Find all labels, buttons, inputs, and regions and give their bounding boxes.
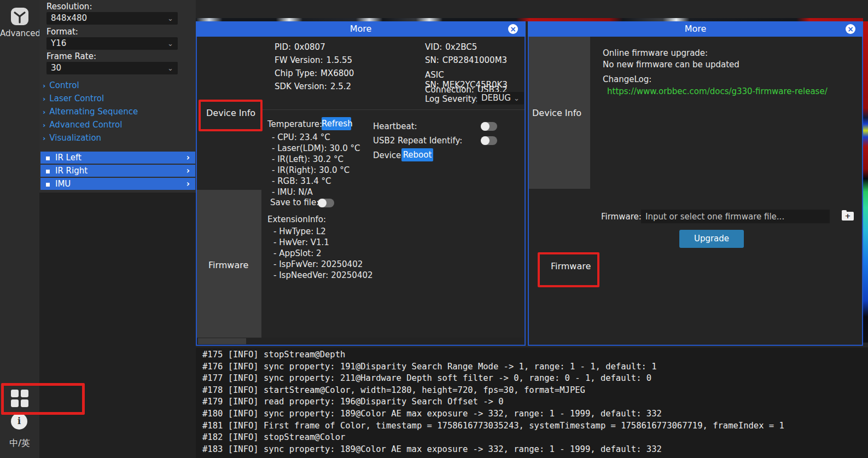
- log-line: #175 [INFO] stopStream@Depth: [202, 349, 868, 361]
- annotation-rect-device-info: [199, 100, 263, 131]
- chevron-down-icon: ⌄: [167, 37, 173, 50]
- log-severity-value: DEBUG: [481, 93, 511, 103]
- ext-appslot: - AppSlot: 2: [273, 248, 322, 258]
- tab-firmware[interactable]: Firmware: [197, 190, 261, 338]
- log-severity-select[interactable]: DEBUG ⌄: [477, 92, 524, 105]
- online-upgrade-line1: Online firmware upgrade:: [603, 48, 708, 58]
- reboot-button[interactable]: Reboot: [401, 148, 433, 161]
- depth-image-sliver: [863, 21, 868, 343]
- usb2-repeat-identify-label: USB2 Repeat Identify:: [373, 136, 462, 146]
- sidebar-item-visualization[interactable]: ›Visualization: [43, 133, 101, 143]
- heartbeat-toggle[interactable]: [481, 122, 497, 131]
- cube-icon: [8, 4, 32, 28]
- link-label: Control: [49, 80, 79, 90]
- tab-device-info[interactable]: Device Info: [529, 37, 590, 189]
- chevron-right-icon: ›: [187, 165, 190, 177]
- framerate-select[interactable]: 30 ⌄: [46, 62, 178, 74]
- link-label: Laser Control: [49, 94, 104, 103]
- chevron-right-icon: ›: [43, 121, 45, 129]
- annotation-rect-grid-button: [1, 383, 85, 415]
- temp-cpu: - CPU: 23.4 °C: [272, 132, 330, 142]
- resolution-select[interactable]: 848x480 ⌄: [46, 12, 178, 25]
- toggle-knob-icon: [481, 122, 490, 131]
- framerate-label: Frame Rate:: [46, 51, 96, 61]
- chevron-right-icon: ›: [43, 134, 45, 142]
- save-to-file-toggle[interactable]: [318, 199, 334, 207]
- stream-row-imu[interactable]: IMU ›: [40, 178, 195, 190]
- temp-laser: - Laser(LDM): 30.0 °C: [272, 143, 360, 153]
- toggle-knob-icon: [318, 199, 327, 207]
- chevron-right-icon: ›: [43, 95, 45, 103]
- advanced-mode-button[interactable]: [8, 4, 32, 31]
- resolution-value: 848x480: [51, 13, 87, 23]
- stream-label: IR Left: [55, 153, 81, 163]
- temp-ir-right: - IR(Right): 30.0 °C: [272, 165, 349, 175]
- sdk-version-field: SDK Version:2.5.2: [275, 82, 351, 91]
- annotation-rect-firmware: [538, 252, 599, 287]
- close-icon[interactable]: ×: [508, 24, 518, 34]
- temp-imu: - IMU: N/A: [272, 187, 313, 197]
- sidebar-item-advanced-control[interactable]: ›Advanced Control: [43, 120, 122, 130]
- ext-ispneedver: - IspNeedVer: 20250402: [273, 270, 373, 280]
- horizontal-scrollbar[interactable]: [197, 338, 525, 345]
- changelog-label: ChangeLog:: [603, 74, 651, 84]
- sidebar-item-laser-control[interactable]: ›Laser Control: [43, 94, 104, 103]
- fw-version-field: FW Version:1.5.55: [275, 55, 352, 65]
- tab-firmware-label: Firmware: [208, 260, 248, 270]
- stream-label: IR Right: [55, 166, 88, 176]
- log-line: #180 [INFO] sync property: 189@Color AE …: [202, 408, 868, 420]
- chevron-down-icon: ⌄: [167, 12, 173, 25]
- sn-field: SN:CP82841000M3: [425, 55, 507, 65]
- info-icon: i: [11, 413, 27, 430]
- more-dialog-firmware: More × Device Info Firmware Online firmw…: [528, 21, 863, 346]
- framerate-value: 30: [51, 63, 61, 73]
- about-button[interactable]: i: [11, 413, 27, 430]
- browse-firmware-button[interactable]: +: [842, 212, 854, 221]
- log-line: #182 [INFO] stopStream@Color: [202, 432, 868, 444]
- log-line: #178 [INFO] startStream@Color, width=128…: [202, 385, 868, 397]
- heartbeat-label: Heartbeat:: [373, 121, 417, 131]
- dialog-titlebar[interactable]: More ×: [528, 21, 863, 37]
- log-line: #179 [INFO] read property: 196@Disparity…: [202, 396, 868, 408]
- section-divider: [261, 109, 525, 110]
- temperature-label: Temperature:: [267, 119, 322, 129]
- more-dialog-device-info: More × Device Info Firmware PID:0x0807 F…: [196, 21, 526, 346]
- chevron-right-icon: ›: [43, 108, 45, 116]
- resolution-label: Resolution:: [46, 2, 92, 11]
- log-line: #177 [INFO] sync property: 211@Hardware …: [202, 373, 868, 385]
- upgrade-button[interactable]: Upgrade: [679, 230, 744, 248]
- ext-ispfwver: - IspFwVer: 20250402: [273, 259, 363, 269]
- temp-rgb: - RGB: 31.4 °C: [272, 176, 331, 186]
- firmware-file-label: Firmware:: [601, 212, 642, 222]
- usb2-repeat-identify-toggle[interactable]: [481, 136, 497, 145]
- refresh-button[interactable]: Refresh: [322, 117, 351, 130]
- language-toggle[interactable]: 中/英: [0, 438, 39, 449]
- log-console[interactable]: #175 [INFO] stopStream@Depth#176 [INFO] …: [196, 347, 868, 458]
- device-label: Device:: [373, 150, 404, 160]
- close-icon[interactable]: ×: [846, 24, 855, 34]
- sidebar-item-control[interactable]: ›Control: [43, 80, 79, 90]
- dialog-title: More: [685, 24, 707, 34]
- square-bullet-icon: [46, 183, 50, 187]
- scrollbar-thumb[interactable]: [198, 338, 246, 344]
- chevron-down-icon: ⌄: [167, 62, 173, 74]
- vid-field: VID:0x2BC5: [425, 42, 477, 52]
- stream-row-ir-left[interactable]: IR Left ›: [40, 152, 195, 164]
- changelog-link[interactable]: https://www.orbbec.com/docs/g330-firmwar…: [607, 86, 828, 96]
- link-label: Advanced Control: [49, 120, 122, 130]
- chevron-right-icon: ›: [187, 152, 190, 164]
- firmware-file-input[interactable]: [641, 210, 830, 223]
- save-to-file-label: Save to file:: [270, 198, 319, 207]
- dialog-titlebar[interactable]: More ×: [196, 21, 526, 37]
- ext-hwver: - HwVer: V1.1: [273, 237, 329, 247]
- stream-settings-group: Resolution: 848x480 ⌄ Format: Y16 ⌄ Fram…: [39, 0, 196, 193]
- format-label: Format:: [46, 27, 78, 37]
- log-line: #183 [INFO] sync property: 189@Color AE …: [202, 444, 868, 456]
- link-label: Alternating Sequence: [49, 107, 138, 117]
- sidebar-item-alternating-sequence[interactable]: ›Alternating Sequence: [43, 107, 138, 117]
- pid-field: PID:0x0807: [275, 42, 325, 52]
- stream-row-ir-right[interactable]: IR Right ›: [40, 165, 195, 177]
- format-select[interactable]: Y16 ⌄: [46, 37, 178, 50]
- online-upgrade-line2: No new firmware can be updated: [603, 60, 739, 69]
- tab-device-info-label: Device Info: [532, 108, 581, 118]
